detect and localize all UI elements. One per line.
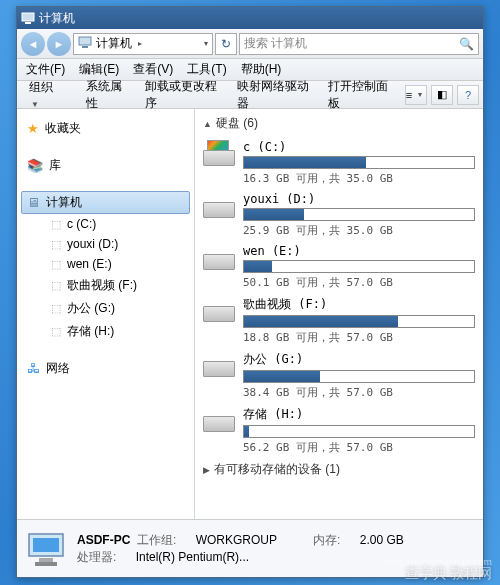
explorer-window: 计算机 ◄ ► 计算机 ▸ ▾ ↻ 搜索 计算机 🔍 文件(F) 编辑(E) 查… [16,6,484,578]
disk-icon: ⬚ [51,279,61,292]
section-label: 硬盘 (6) [216,115,258,132]
back-button[interactable]: ◄ [21,32,45,56]
hdd-section-header[interactable]: ▲ 硬盘 (6) [203,115,475,132]
drive-icon [203,296,235,322]
drive-info: wen (E:)50.1 GB 可用，共 57.0 GB [243,244,475,290]
watermark-text: 查字典 教程网 [405,565,493,583]
main-pane: ▲ 硬盘 (6) c (C:)16.3 GB 可用，共 35.0 GByouxi… [195,109,483,519]
drive-icon [203,192,235,218]
memory-value: 2.00 GB [360,533,404,547]
drive-item[interactable]: 歌曲视频 (F:)18.8 GB 可用，共 57.0 GB [203,296,475,345]
mapdrive-button[interactable]: 映射网络驱动器 [233,76,317,114]
network-icon: 🖧 [27,361,40,376]
usage-bar [243,315,475,328]
collapse-icon: ▲ [203,119,212,129]
uninstall-button[interactable]: 卸载或更改程序 [141,76,225,114]
view-button[interactable]: ≡▾ [405,85,427,105]
search-icon[interactable]: 🔍 [459,37,474,51]
removable-section-header[interactable]: ▶ 有可移动存储的设备 (1) [203,461,475,478]
svg-rect-6 [39,558,53,562]
drive-info: 办公 (G:)38.4 GB 可用，共 57.0 GB [243,351,475,400]
breadcrumb-label: 计算机 [96,35,132,52]
preview-pane-button[interactable]: ◧ [431,85,453,105]
controlpanel-button[interactable]: 打开控制面板 [324,76,397,114]
drive-name: youxi (D:) [243,192,475,206]
drive-stats: 50.1 GB 可用，共 57.0 GB [243,275,475,290]
sidebar-drive-item[interactable]: ⬚歌曲视频 (F:) [21,274,190,297]
refresh-button[interactable]: ↻ [215,33,237,55]
computer-icon: 🖥 [27,195,40,210]
toolbar: 组织▼ 系统属性 卸载或更改程序 映射网络驱动器 打开控制面板 ≡▾ ◧ ? [17,81,483,109]
sysprops-button[interactable]: 系统属性 [82,76,133,114]
drive-info: 歌曲视频 (F:)18.8 GB 可用，共 57.0 GB [243,296,475,345]
cpu-value: Intel(R) Pentium(R)... [136,550,249,564]
drive-label: c (C:) [67,217,96,231]
search-input[interactable]: 搜索 计算机 🔍 [239,33,479,55]
disk-icon: ⬚ [51,218,61,231]
drive-item[interactable]: 办公 (G:)38.4 GB 可用，共 57.0 GB [203,351,475,400]
drive-icon [203,140,235,166]
forward-button[interactable]: ► [47,32,71,56]
pc-name: ASDF-PC [77,533,130,547]
computer-icon [21,11,35,25]
help-button[interactable]: ? [457,85,479,105]
sidebar-label: 计算机 [46,194,82,211]
drive-info: 存储 (H:)56.2 GB 可用，共 57.0 GB [243,406,475,455]
svg-rect-2 [79,37,91,45]
disk-icon: ⬚ [51,238,61,251]
disk-icon: ⬚ [51,302,61,315]
sidebar-item-network[interactable]: 🖧 网络 [21,357,190,380]
chevron-down-icon[interactable]: ▾ [204,39,208,48]
sidebar-item-favorites[interactable]: ★ 收藏夹 [21,117,190,140]
window-title: 计算机 [39,10,75,27]
sidebar-drive-item[interactable]: ⬚wen (E:) [21,254,190,274]
svg-rect-7 [35,562,57,566]
drive-name: wen (E:) [243,244,475,258]
address-bar: ◄ ► 计算机 ▸ ▾ ↻ 搜索 计算机 🔍 [17,29,483,59]
drive-item[interactable]: wen (E:)50.1 GB 可用，共 57.0 GB [203,244,475,290]
disk-icon: ⬚ [51,258,61,271]
sidebar-drive-item[interactable]: ⬚youxi (D:) [21,234,190,254]
search-placeholder: 搜索 计算机 [244,35,307,52]
organize-button[interactable]: 组织▼ [21,77,74,112]
sidebar-item-libraries[interactable]: 📚 库 [21,154,190,177]
disk-icon: ⬚ [51,325,61,338]
drive-stats: 25.9 GB 可用，共 35.0 GB [243,223,475,238]
usage-bar [243,208,475,221]
sidebar-item-computer[interactable]: 🖥 计算机 [21,191,190,214]
sidebar-label: 收藏夹 [45,120,81,137]
workgroup-label: 工作组: [137,533,176,547]
content-area: ★ 收藏夹 📚 库 🖥 计算机 ⬚c (C:)⬚youxi (D:)⬚wen (… [17,109,483,519]
drive-icon [203,351,235,377]
section-label: 有可移动存储的设备 (1) [214,461,340,478]
breadcrumb[interactable]: 计算机 ▸ ▾ [73,33,213,55]
drive-name: 存储 (H:) [243,406,475,423]
drive-item[interactable]: 存储 (H:)56.2 GB 可用，共 57.0 GB [203,406,475,455]
drive-label: 办公 (G:) [67,300,115,317]
library-icon: 📚 [27,158,43,173]
navigation-pane: ★ 收藏夹 📚 库 🖥 计算机 ⬚c (C:)⬚youxi (D:)⬚wen (… [17,109,195,519]
sidebar-drive-item[interactable]: ⬚存储 (H:) [21,320,190,343]
usage-bar [243,370,475,383]
sidebar-drive-item[interactable]: ⬚办公 (G:) [21,297,190,320]
cpu-label: 处理器: [77,550,116,564]
titlebar[interactable]: 计算机 [17,7,483,29]
drive-info: c (C:)16.3 GB 可用，共 35.0 GB [243,140,475,186]
status-text: ASDF-PC 工作组: WORKGROUP 内存: 2.00 GB 处理器: … [77,532,420,566]
drive-stats: 18.8 GB 可用，共 57.0 GB [243,330,475,345]
workgroup-value: WORKGROUP [196,533,277,547]
star-icon: ★ [27,121,39,136]
drive-name: 歌曲视频 (F:) [243,296,475,313]
computer-icon [25,528,67,570]
drive-icon [203,406,235,432]
drive-item[interactable]: c (C:)16.3 GB 可用，共 35.0 GB [203,140,475,186]
computer-icon [78,36,92,51]
usage-bar [243,260,475,273]
drive-item[interactable]: youxi (D:)25.9 GB 可用，共 35.0 GB [203,192,475,238]
chevron-right-icon[interactable]: ▸ [138,39,142,48]
expand-icon: ▶ [203,465,210,475]
sidebar-drive-item[interactable]: ⬚c (C:) [21,214,190,234]
svg-rect-1 [25,22,31,24]
drive-stats: 56.2 GB 可用，共 57.0 GB [243,440,475,455]
usage-bar [243,425,475,438]
